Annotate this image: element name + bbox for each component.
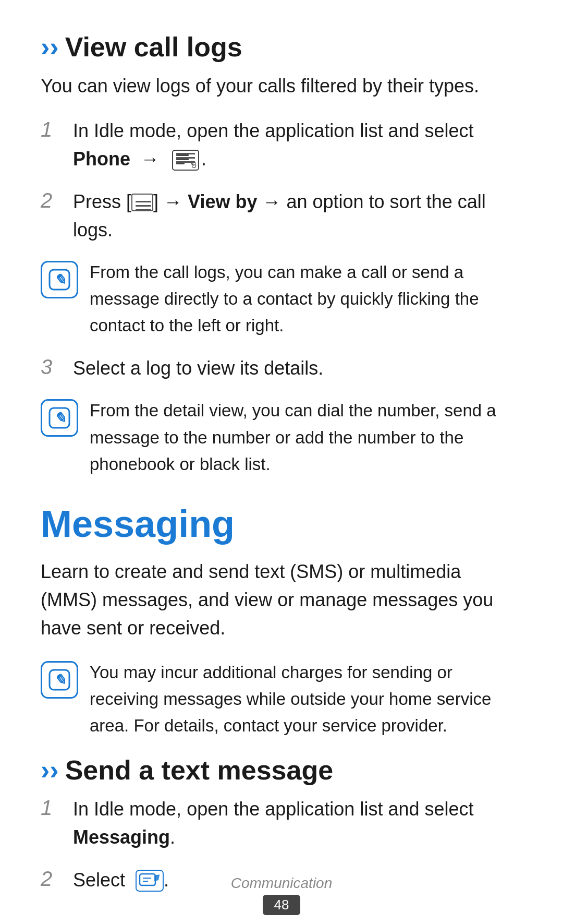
- footer: Communication 48: [0, 875, 563, 915]
- note-1: ✎ From the call logs, you can make a cal…: [41, 259, 522, 339]
- send-text-message-section: ›› Send a text message 1 In Idle mode, o…: [41, 754, 522, 894]
- step-3-text: Select a log to view its details.: [73, 354, 522, 382]
- svg-rect-4: [136, 201, 151, 202]
- messaging-section: Messaging Learn to create and send text …: [41, 502, 522, 894]
- chevron-icon: ››: [41, 31, 59, 63]
- messaging-note: ✎ You may incur additional charges for s…: [41, 659, 522, 739]
- note-icon-messaging: ✎: [41, 661, 78, 699]
- messaging-note-text: You may incur additional charges for sen…: [90, 659, 522, 739]
- svg-rect-5: [136, 205, 151, 207]
- step-2: 2 Press [ ] → View by → an option to sor…: [41, 188, 522, 244]
- logs-icon: ↻: [172, 150, 199, 171]
- send-step-1-text: In Idle mode, open the application list …: [73, 795, 522, 851]
- view-call-logs-desc: You can view logs of your calls filtered…: [41, 72, 522, 100]
- note-icon-1: ✎: [41, 261, 78, 298]
- svg-text:✎: ✎: [54, 672, 66, 688]
- menu-icon: [131, 194, 153, 211]
- note-1-text: From the call logs, you can make a call …: [90, 259, 522, 339]
- messaging-desc: Learn to create and send text (SMS) or m…: [41, 558, 522, 642]
- step-3: 3 Select a log to view its details.: [41, 354, 522, 382]
- messaging-title: Messaging: [41, 502, 522, 545]
- step-2-text: Press [ ] → View by → an option to sort …: [73, 188, 522, 244]
- step-1: 1 In Idle mode, open the application lis…: [41, 117, 522, 173]
- note-2: ✎ From the detail view, you can dial the…: [41, 397, 522, 477]
- view-call-logs-section: ›› View call logs You can view logs of y…: [41, 31, 522, 477]
- send-step-1: 1 In Idle mode, open the application lis…: [41, 795, 522, 851]
- note-2-text: From the detail view, you can dial the n…: [90, 397, 522, 477]
- step-1-num: 1: [41, 118, 64, 141]
- svg-rect-0: [176, 154, 189, 156]
- svg-text:✎: ✎: [54, 272, 66, 288]
- view-call-logs-heading: ›› View call logs: [41, 31, 522, 63]
- send-text-message-heading: ›› Send a text message: [41, 754, 522, 786]
- step-1-text: In Idle mode, open the application list …: [73, 117, 522, 173]
- svg-text:↻: ↻: [191, 162, 197, 170]
- footer-label: Communication: [231, 875, 333, 892]
- note-icon-2: ✎: [41, 399, 78, 437]
- chevron-icon-2: ››: [41, 754, 59, 786]
- svg-rect-1: [176, 159, 189, 160]
- footer-page: 48: [263, 895, 301, 915]
- svg-rect-6: [136, 209, 151, 211]
- step-2-num: 2: [41, 189, 64, 212]
- step-3-num: 3: [41, 355, 64, 379]
- svg-text:✎: ✎: [54, 410, 66, 426]
- send-step-1-num: 1: [41, 796, 64, 820]
- svg-rect-2: [176, 163, 185, 164]
